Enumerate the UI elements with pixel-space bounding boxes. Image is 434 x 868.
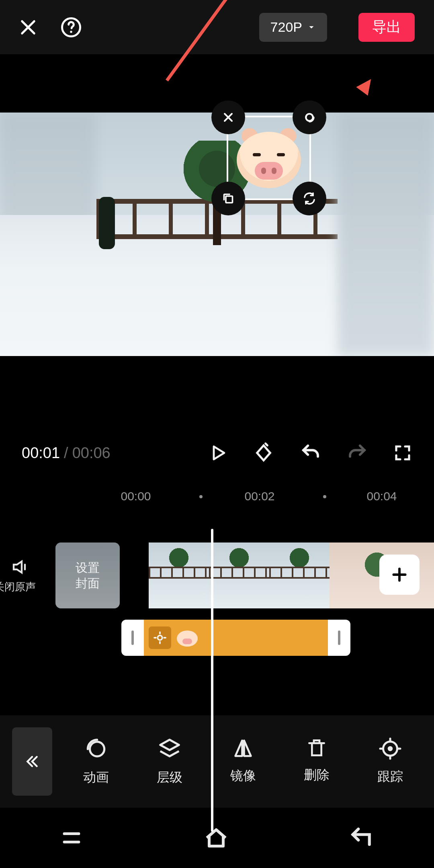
video-track[interactable]: 关闭原声 设置 封面 xyxy=(0,542,434,608)
sticker-selection-box[interactable] xyxy=(227,116,311,200)
sticker-delete-handle[interactable] xyxy=(211,100,245,134)
pig-sticker-thumb xyxy=(177,629,198,647)
set-cover-button[interactable]: 设置 封面 xyxy=(55,542,120,608)
mute-label: 关闭原声 xyxy=(0,580,36,594)
pig-sticker[interactable] xyxy=(237,126,301,190)
tool-track[interactable]: 跟踪 xyxy=(377,737,403,786)
tool-label: 删除 xyxy=(304,766,330,784)
copy-icon xyxy=(221,191,235,206)
video-clip[interactable] xyxy=(269,542,330,608)
sticker-clip-body[interactable] xyxy=(144,620,328,656)
menu-icon xyxy=(59,825,84,850)
annotation-arrow-head xyxy=(356,75,377,96)
sticker-tracking-tag[interactable] xyxy=(149,626,171,649)
keyframe-button[interactable] xyxy=(252,442,275,464)
sticker-clip[interactable] xyxy=(121,620,350,656)
keyframe-icon xyxy=(252,442,275,464)
layers-icon xyxy=(157,737,182,762)
tool-label: 动画 xyxy=(83,769,109,786)
tool-label: 层级 xyxy=(157,769,182,786)
svg-point-1 xyxy=(70,31,72,33)
svg-point-5 xyxy=(90,742,104,756)
tool-delete[interactable]: 删除 xyxy=(304,737,330,786)
plus-icon xyxy=(389,565,409,585)
video-clip[interactable] xyxy=(149,542,209,608)
ruler-mark: 00:04 xyxy=(366,489,397,503)
nav-recent-button[interactable] xyxy=(59,825,84,850)
preview-canvas[interactable] xyxy=(0,113,434,356)
time-separator: / xyxy=(64,444,68,462)
close-icon xyxy=(221,110,235,125)
mirror-icon xyxy=(231,737,255,760)
redo-icon xyxy=(346,442,368,464)
undo-icon xyxy=(300,442,321,464)
duration: 00:06 xyxy=(72,444,111,462)
video-clip[interactable] xyxy=(209,542,269,608)
redo-button[interactable] xyxy=(346,442,368,464)
chevron-down-icon xyxy=(307,23,316,32)
play-icon xyxy=(208,442,227,463)
time-display: 00:01 / 00:06 xyxy=(22,444,111,462)
back-icon xyxy=(348,825,375,851)
speaker-icon xyxy=(10,557,30,577)
tool-label: 镜像 xyxy=(230,767,256,785)
rotate-icon xyxy=(302,191,317,206)
tool-label: 跟踪 xyxy=(377,768,403,786)
fullscreen-icon xyxy=(393,443,412,463)
sticker-rotate-handle[interactable] xyxy=(293,182,326,215)
ruler-mark: 00:02 xyxy=(244,489,274,503)
sticker-animate-handle[interactable] xyxy=(293,100,326,134)
undo-button[interactable] xyxy=(300,442,321,464)
tool-animation[interactable]: 动画 xyxy=(83,737,109,786)
orbit-icon xyxy=(301,109,318,126)
svg-point-4 xyxy=(158,635,162,640)
svg-rect-3 xyxy=(226,196,233,203)
export-label: 导出 xyxy=(372,17,401,37)
home-icon xyxy=(202,824,230,852)
animation-icon xyxy=(84,737,108,762)
export-button[interactable]: 导出 xyxy=(358,13,415,42)
close-button[interactable] xyxy=(18,17,39,38)
help-button[interactable] xyxy=(60,16,82,38)
svg-point-7 xyxy=(389,747,392,750)
timeline-ruler[interactable]: 00:00 00:02 00:04 xyxy=(0,487,434,507)
play-button[interactable] xyxy=(208,442,227,463)
fullscreen-button[interactable] xyxy=(393,443,412,463)
trash-icon xyxy=(305,737,328,759)
crosshair-icon xyxy=(378,737,402,761)
transport-bar: 00:01 / 00:06 xyxy=(0,435,434,471)
top-bar: 720P 导出 xyxy=(0,0,434,54)
target-icon xyxy=(153,631,167,645)
nav-back-button[interactable] xyxy=(348,825,375,851)
resolution-dropdown[interactable]: 720P xyxy=(259,13,327,42)
nav-home-button[interactable] xyxy=(202,824,230,852)
toolbar-back-button[interactable] xyxy=(12,727,52,796)
playhead[interactable] xyxy=(211,529,213,832)
chevrons-left-icon xyxy=(24,753,40,770)
ruler-dot xyxy=(199,495,203,498)
sticker-copy-handle[interactable] xyxy=(211,182,245,215)
resolution-label: 720P xyxy=(270,19,302,35)
sticker-track[interactable] xyxy=(0,620,434,656)
current-time: 00:01 xyxy=(22,444,60,462)
clip-trim-left[interactable] xyxy=(121,631,144,645)
bottom-toolbar: 动画 层级 镜像 删除 跟踪 xyxy=(0,715,434,808)
tool-layer[interactable]: 层级 xyxy=(157,737,182,786)
tool-mirror[interactable]: 镜像 xyxy=(230,737,256,786)
add-clip-button[interactable] xyxy=(379,555,420,595)
ruler-dot xyxy=(323,495,326,498)
clip-trim-right[interactable] xyxy=(328,631,350,645)
mute-original-audio[interactable]: 关闭原声 xyxy=(0,542,40,608)
cover-label: 设置 封面 xyxy=(76,560,100,591)
system-nav-bar xyxy=(0,808,434,868)
ruler-mark: 00:00 xyxy=(121,489,151,503)
